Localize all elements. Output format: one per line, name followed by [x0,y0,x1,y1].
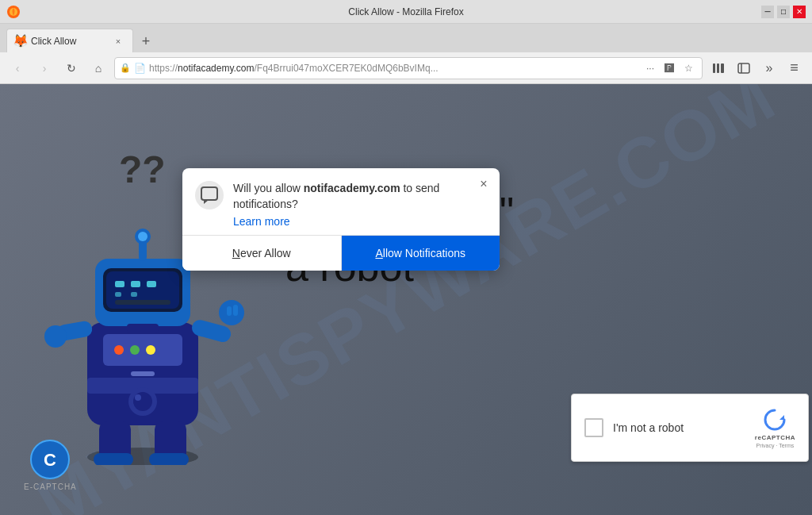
url-display: https://notifacademy.com/Fq4Brrui047moXC… [149,63,638,74]
recaptcha-label: I'm not a robot [613,421,745,434]
svg-rect-14 [131,371,155,376]
allow-rest: llow Notifications [383,247,465,259]
maximize-button[interactable]: □ [777,6,790,18]
popup-buttons: Never Allow Allow Notifications [182,235,500,271]
svg-rect-23 [115,300,170,305]
popup-question-prefix: Will you allow [233,182,304,194]
title-bar-left [6,5,21,19]
svg-rect-44 [201,187,217,200]
sidebar-icon [737,62,750,75]
firefox-logo-icon [6,5,21,19]
page-background: MYANTISPYWARE.COM ?? [0,84,812,515]
address-actions: ··· 🅿 ☆ [642,60,697,77]
popup-header: Will you allow notifacademy.com to send … [182,168,500,235]
svg-point-29 [44,325,67,348]
svg-rect-21 [115,292,121,297]
ecaptcha-label: E-CAPTCHA [24,482,77,491]
new-tab-button[interactable]: + [135,30,157,52]
svg-rect-2 [713,63,715,73]
svg-point-12 [130,345,140,355]
toolbar-right: » ≡ [707,57,806,79]
address-input[interactable]: 🔒 📄 https://notifacademy.com/Fq4Brrui047… [114,57,703,79]
bookmark-icon[interactable]: ☆ [680,60,697,77]
recaptcha-checkbox[interactable] [584,418,603,437]
address-bar: ‹ › ↻ ⌂ 🔒 📄 https://notifacademy.com/Fq4… [0,52,812,84]
close-button[interactable]: ✕ [793,6,806,18]
window-title: Click Allow - Mozilla Firefox [348,6,463,17]
ecaptcha-area: C E-CAPTCHA [24,440,77,491]
window-controls: ─ □ ✕ [761,6,806,18]
url-path: /Fq4Brrui047moXCER7EK0dMQ6bBvIMq... [255,63,439,74]
menu-button[interactable]: ≡ [783,57,806,79]
tab-bar: 🦊 Click Allow × + [0,24,812,52]
never-allow-rest: ever Allow [240,247,291,259]
home-button[interactable]: ⌂ [87,57,109,79]
svg-rect-4 [721,63,724,73]
svg-rect-27 [127,324,159,333]
url-prefix: https:// [149,63,178,74]
svg-rect-19 [131,281,140,287]
browser-window: Click Allow - Mozilla Firefox ─ □ ✕ 🦊 Cl… [0,0,812,515]
forward-button[interactable]: › [33,57,56,79]
tab-favicon-icon: 🦊 [15,36,26,47]
overflow-button[interactable]: » [758,57,780,79]
tab-title: Click Allow [31,36,107,47]
svg-rect-5 [738,63,749,73]
popup-text-area: Will you allow notifacademy.com to send … [233,181,487,229]
pocket-icon: 🅿 [661,60,678,77]
library-icon [712,62,725,75]
svg-rect-36 [94,453,133,465]
popup-domain: notifacademy.com [304,182,400,194]
allow-notifications-button[interactable]: Allow Notifications [342,236,500,271]
svg-rect-22 [131,292,137,297]
svg-rect-3 [717,63,719,73]
never-allow-n: N [232,247,240,259]
popup-chat-icon [195,181,224,209]
svg-rect-37 [149,453,189,465]
browser-tab[interactable]: 🦊 Click Allow × [6,29,133,52]
svg-rect-33 [233,305,238,316]
more-tools-button[interactable]: ··· [642,60,659,77]
svg-marker-43 [779,415,784,420]
recaptcha-links: Privacy · Terms [756,443,795,448]
svg-rect-18 [115,281,124,287]
popup-learn-more-link[interactable]: Learn more [233,215,290,228]
url-domain: notifacademy.com [178,63,255,74]
popup-question: Will you allow notifacademy.com to send … [233,181,487,212]
popup-close-button[interactable]: × [476,176,492,192]
notification-popup: Will you allow notifacademy.com to send … [182,168,500,271]
svg-point-40 [135,394,141,401]
question-marks: ?? [119,148,166,191]
reader-icon: 📄 [134,63,146,74]
svg-point-26 [138,232,147,241]
lock-icon: 🔒 [120,63,131,73]
svg-rect-20 [147,281,156,287]
recaptcha-logo-area: reCAPTCHA Privacy · Terms [755,407,795,448]
chat-bubble-icon [201,186,218,204]
svg-point-39 [133,392,152,411]
ecaptcha-logo-icon: C [30,440,70,479]
refresh-button[interactable]: ↻ [60,57,82,79]
never-allow-button[interactable]: Never Allow [182,236,342,271]
sidebar-button[interactable] [733,57,755,79]
recaptcha-widget: I'm not a robot reCAPTCHA Privacy · Term… [571,394,809,462]
recaptcha-brand: reCAPTCHA [755,434,795,441]
svg-point-13 [146,345,155,355]
library-button[interactable] [707,57,730,79]
page-content: MYANTISPYWARE.COM ?? [0,84,812,515]
svg-rect-32 [227,306,232,316]
svg-text:C: C [44,450,56,470]
minimize-button[interactable]: ─ [761,6,774,18]
svg-point-11 [114,345,124,355]
back-button[interactable]: ‹ [6,57,29,79]
allow-a: A [375,247,382,259]
recaptcha-icon [762,407,787,432]
tab-close-button[interactable]: × [112,35,124,48]
title-bar: Click Allow - Mozilla Firefox ─ □ ✕ [0,0,812,24]
